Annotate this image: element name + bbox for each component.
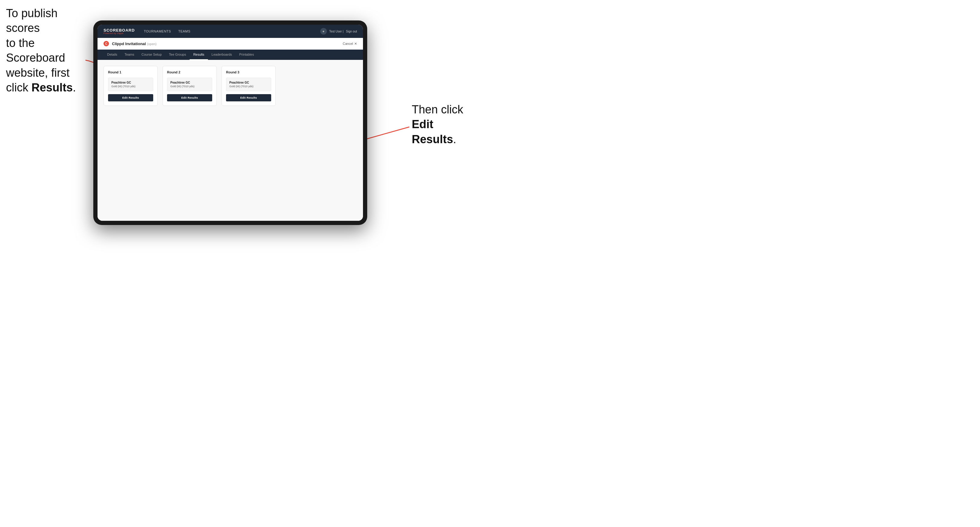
tab-printables[interactable]: Printables [235, 50, 258, 60]
round-2-edit-results-button[interactable]: Edit Results [167, 94, 212, 102]
round-3-course-name: Peachtree GC [229, 81, 268, 84]
nav-tournaments[interactable]: TOURNAMENTS [144, 28, 171, 34]
tab-leaderboards[interactable]: Leaderboards [208, 50, 235, 60]
scoreboard-logo: SCOREBOARD Powered by clippd [103, 28, 135, 34]
nav-signout[interactable]: Sign out [346, 30, 357, 33]
tab-results[interactable]: Results [189, 50, 208, 60]
logo-title: SCOREBOARD [103, 28, 135, 32]
tab-details[interactable]: Details [103, 50, 121, 60]
round-2-course-name: Peachtree GC [170, 81, 209, 84]
logo-subtitle: Powered by clippd [103, 32, 135, 34]
round-1-card: Round 1 Peachtree GC Gold (M) (7010 yds)… [103, 66, 158, 106]
clippd-icon: C [103, 41, 109, 46]
round-1-course-card: Peachtree GC Gold (M) (7010 yds) [108, 78, 153, 91]
cancel-button[interactable]: Cancel ✕ [343, 42, 357, 46]
round-1-course-name: Peachtree GC [111, 81, 150, 84]
round-3-label: Round 3 [226, 70, 271, 74]
tournament-title-row: C Clippd Invitational (open) [103, 41, 156, 46]
round-1-edit-results-button[interactable]: Edit Results [108, 94, 153, 102]
tab-tee-groups[interactable]: Tee Groups [165, 50, 189, 60]
nav-user-text: Test User | [329, 30, 344, 33]
round-2-card: Round 2 Peachtree GC Gold (M) (7010 yds)… [162, 66, 217, 106]
tab-course-setup[interactable]: Course Setup [138, 50, 165, 60]
round-2-course-details: Gold (M) (7010 yds) [170, 85, 209, 88]
tournament-header: C Clippd Invitational (open) Cancel ✕ [97, 38, 363, 50]
sub-nav: Details Teams Course Setup Tee Groups Re… [97, 50, 363, 60]
round-1-label: Round 1 [108, 70, 153, 74]
main-content: Round 1 Peachtree GC Gold (M) (7010 yds)… [97, 60, 363, 221]
round-3-course-card: Peachtree GC Gold (M) (7010 yds) [226, 78, 271, 91]
instruction-left: To publish scores to the Scoreboard webs… [6, 6, 78, 95]
rounds-grid: Round 1 Peachtree GC Gold (M) (7010 yds)… [103, 66, 357, 106]
round-2-course-card: Peachtree GC Gold (M) (7010 yds) [167, 78, 212, 91]
nav-right: ● Test User | Sign out [320, 28, 357, 35]
close-icon: ✕ [354, 42, 357, 46]
round-2-label: Round 2 [167, 70, 212, 74]
tablet-device: SCOREBOARD Powered by clippd TOURNAMENTS… [93, 21, 367, 225]
nav-links: TOURNAMENTS TEAMS [144, 28, 320, 34]
user-icon: ● [322, 29, 325, 33]
user-avatar: ● [320, 28, 327, 35]
round-3-course-details: Gold (M) (7010 yds) [229, 85, 268, 88]
round-3-edit-results-button[interactable]: Edit Results [226, 94, 271, 102]
tab-teams[interactable]: Teams [121, 50, 138, 60]
instruction-right: Then click Edit Results. [412, 102, 478, 147]
tournament-title: Clippd Invitational (open) [112, 41, 156, 46]
app-navbar: SCOREBOARD Powered by clippd TOURNAMENTS… [97, 25, 363, 38]
tablet-screen: SCOREBOARD Powered by clippd TOURNAMENTS… [97, 25, 363, 221]
nav-teams[interactable]: TEAMS [178, 28, 190, 34]
round-1-course-details: Gold (M) (7010 yds) [111, 85, 150, 88]
round-3-card: Round 3 Peachtree GC Gold (M) (7010 yds)… [221, 66, 276, 106]
